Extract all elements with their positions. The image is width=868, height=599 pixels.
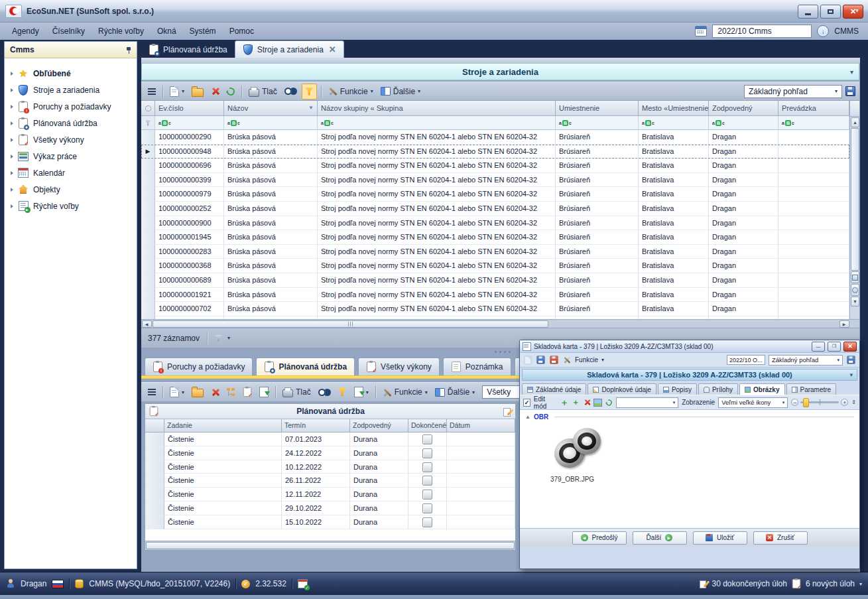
minimize-button[interactable] [798,5,818,19]
table-row[interactable]: 1000000000900Brúska pásováStroj podľa no… [141,216,849,231]
expander-icon[interactable] [11,105,13,109]
filter-cell-zodpovedny[interactable]: aBc [709,116,778,130]
table-row[interactable]: Čistenie10.12.2022Durana [145,460,515,474]
view-selector[interactable]: Základný pohľad▾ [744,85,842,98]
detail-tab-poruchy-a-poziadavky[interactable]: Poruchy a požiadavky [145,358,253,375]
period-input[interactable]: 2022/10 Cmms [712,25,812,38]
expander-icon[interactable] [11,121,13,125]
ulozit-button[interactable]: Uložiť [693,531,747,545]
column-header-zadanie[interactable]: Zadanie [164,419,282,433]
grid-extra-button[interactable] [851,271,859,283]
new-record-button[interactable]: ▾ [167,84,187,99]
edit-mode-checkbox[interactable]: ✓ [523,399,530,407]
expander-icon[interactable] [11,72,13,76]
column-header-nazov-skupiny-skupina[interactable]: Názov skupiny « Skupina [318,101,556,116]
edit-pencil-icon[interactable] [503,407,511,416]
scroll-left-icon[interactable]: ◀ [142,320,152,328]
scrollbar-thumb[interactable] [851,128,859,271]
sidebar-item-kalendar[interactable]: Kalendár [5,165,137,181]
print-button[interactable]: Tlač [280,385,314,399]
checkbox[interactable] [422,490,432,499]
task-filter-selector[interactable]: Všetky [482,385,523,399]
filter-funnel-icon[interactable] [215,335,222,342]
table-row[interactable]: 1000000001945Brúska pásováStroj podľa no… [141,230,849,245]
table-row[interactable]: 1000000000979Brúska pásováStroj podľa no… [141,187,849,202]
hierarchy-button[interactable] [224,385,238,399]
dialog-tab-doplnkove-udaje[interactable]: Doplnkové údaje [588,383,656,395]
dalsi-button[interactable]: Ďalší▶ [633,531,687,545]
detail-tab-poznamka[interactable]: Poznámka [443,358,511,375]
menu-item-system[interactable]: Systém [183,25,223,38]
dialog-period-input[interactable]: 2022/10 O... [727,355,765,365]
table-row[interactable]: 1000000001921Brúska pásováStroj podľa no… [141,288,849,302]
filter-cell-umiestnenie[interactable]: aBc [556,116,639,130]
horizontal-scrollbar[interactable]: ◀ ▶ [141,319,859,328]
column-header-umiestnenie[interactable]: Umiestnenie [556,101,639,116]
search-button[interactable] [316,385,334,399]
table-row[interactable]: 1000000000252Brúska pásováStroj podľa no… [141,202,849,216]
filter-cell-ev-cislo[interactable]: aBc [155,116,224,130]
save-close-icon[interactable] [550,356,558,364]
close-button[interactable]: ✕ [843,5,863,19]
horizontal-scrollbar[interactable] [145,541,515,550]
maximize-button[interactable] [820,5,841,19]
chevron-down-icon[interactable]: ▾ [227,335,230,341]
refresh-button[interactable] [224,84,237,99]
pin-icon[interactable] [125,46,131,54]
slovak-flag-icon[interactable] [52,580,64,588]
collapse-arrow-icon[interactable]: ▲ [525,414,530,420]
column-header-dokoncene[interactable]: Dokončené [408,419,447,433]
table-row[interactable]: ▶1000000000948Brúska pásováStroj podľa n… [141,145,849,159]
sidebar-item-stroje-a-zariadenia[interactable]: Stroje a zariadenia [5,82,137,98]
table-row[interactable]: 1000000000399Brúska pásováStroj podľa no… [141,173,849,188]
more-menu-button[interactable]: Ďalšie▾ [378,84,423,99]
checkbox[interactable] [422,434,432,444]
sidebar-item-planovana-udrzba[interactable]: Plánovaná údržba [5,115,137,131]
filter-button[interactable] [336,385,349,399]
layout-menu-button[interactable] [145,84,158,99]
sidebar-item-vsetky-vykony[interactable]: Všetky výkony [5,131,137,148]
dialog-tab-zakladne-udaje[interactable]: Základné údaje [522,383,586,395]
filter-cell-mesto-umiestnenie[interactable]: aBc [639,116,709,130]
table-row[interactable]: Čistenie24.12.2022Durana [145,446,515,460]
layout-menu-button[interactable] [145,385,158,399]
column-header-zodpovedny[interactable]: Zodpovedný [350,419,408,433]
functions-menu-button[interactable]: Funkcie▾ [380,385,430,399]
scroll-down-icon[interactable]: ▼ [851,297,859,306]
calendar-check-icon[interactable] [298,579,308,588]
scroll-up-icon[interactable]: ▲ [851,117,859,127]
zrusit-button[interactable]: ✕Zrušiť [753,531,808,545]
zoom-out-icon[interactable]: − [791,399,798,406]
menu-item-agendy[interactable]: Agendy [5,25,46,38]
collapse-icon[interactable]: ⇕ [851,399,856,405]
refresh-icon[interactable] [605,398,613,406]
table-row[interactable]: Čistenie26.11.2022Durana [145,474,515,488]
close-icon[interactable]: ✕ [329,44,336,54]
delete-task-button[interactable] [208,385,222,399]
sidebar-item-oblubene[interactable]: ★Obľúbené [5,65,137,82]
table-row[interactable]: 1000000000689Brúska pásováStroj podľa no… [141,273,849,288]
zoom-in-icon[interactable]: + [841,399,848,406]
checkbox[interactable] [422,476,432,486]
splitter-handle[interactable] [495,351,511,353]
column-header-ev-cislo[interactable]: Ev.číslo [155,101,224,116]
column-header-zodpovedny[interactable]: Zodpovedný [709,101,778,116]
image-icon[interactable] [593,399,602,407]
filter-cell-nazov[interactable]: aBc [224,116,318,130]
dialog-functions-label[interactable]: Funkcie [575,356,598,364]
slider-handle[interactable] [803,398,809,407]
detail-tab-vsetky-vykony[interactable]: Všetky výkony [358,358,440,375]
expander-icon[interactable] [11,88,13,92]
add-multi-icon[interactable]: ＋ [572,398,580,407]
table-row[interactable]: 1000000000283Brúska pásováStroj podľa no… [141,245,849,259]
sidebar-item-vykaz-prace[interactable]: Výkaz práce [5,148,137,165]
dialog-tab-obrazky[interactable]: Obrázky [739,383,784,395]
table-row[interactable]: 1000000000696Brúska pásováStroj podľa no… [141,159,849,173]
save-view-icon[interactable] [845,86,855,96]
table-row[interactable]: Čistenie07.01.2023Durana [145,433,515,446]
print-button[interactable]: Tlač [246,84,280,99]
sidebar-item-objekty[interactable]: Objekty [5,181,137,198]
expander-icon[interactable] [11,204,13,208]
dialog-tab-parametre[interactable]: Parametre [786,383,837,395]
status-new-tasks[interactable]: 6 nových úloh [806,579,855,588]
